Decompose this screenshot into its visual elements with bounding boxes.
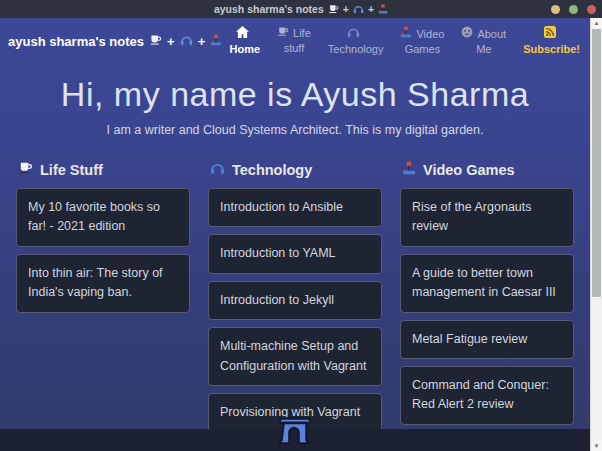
coffee-icon xyxy=(328,4,339,14)
nav-item-subscribe[interactable]: Subscribe! xyxy=(523,26,580,57)
hero-section: Hi, my name is Ayush Sharma I am a write… xyxy=(0,65,590,137)
column-life-stuff: Life Stuff My 10 favorite books so far! … xyxy=(16,161,190,451)
scrollbar-thumb[interactable] xyxy=(592,29,601,297)
plus-separator: + xyxy=(343,4,349,15)
nav-item-life-stuff[interactable]: Life stuff xyxy=(277,26,311,56)
nav-links: Home Life stuff Technology Video Games xyxy=(229,26,580,57)
post-card[interactable]: A guide to better town management in Cae… xyxy=(400,254,574,313)
headphones-icon xyxy=(180,34,193,49)
joystick-icon xyxy=(378,4,388,14)
headphones-icon xyxy=(347,26,360,42)
joystick-icon xyxy=(210,34,222,49)
post-card[interactable]: My 10 favorite books so far! - 2021 edit… xyxy=(16,188,190,247)
post-card[interactable]: Command and Conquer: Red Alert 2 review xyxy=(400,366,574,425)
vertical-scrollbar[interactable]: ▲ ▼ xyxy=(590,18,602,451)
section-header-life-stuff: Life Stuff xyxy=(16,161,190,178)
nav-item-home[interactable]: Home xyxy=(229,26,260,57)
site-navbar: ayush sharma's notes + + Home Life stuff xyxy=(0,18,590,65)
face-icon xyxy=(461,26,473,42)
post-card[interactable]: Into thin air: The story of India's vapi… xyxy=(16,254,190,313)
plus-separator: + xyxy=(368,4,374,15)
joystick-icon xyxy=(402,161,416,178)
window-controls xyxy=(551,5,596,14)
post-card[interactable]: Introduction to YAML xyxy=(208,234,382,273)
minimize-button[interactable] xyxy=(551,5,560,14)
browser-viewport: ayush sharma's notes + + Home Life stuff xyxy=(0,18,602,451)
close-button[interactable] xyxy=(587,5,596,14)
scroll-up-button[interactable]: ▲ xyxy=(591,18,602,28)
home-icon xyxy=(236,26,249,42)
nav-item-about-me[interactable]: About Me xyxy=(461,26,506,57)
coffee-icon xyxy=(18,161,33,178)
coffee-icon xyxy=(149,34,162,49)
maximize-button[interactable] xyxy=(569,5,578,14)
arch-logo-icon xyxy=(275,416,315,446)
headphones-icon xyxy=(353,4,364,14)
site-title-text: ayush sharma's notes xyxy=(8,34,144,49)
rss-icon xyxy=(544,26,556,42)
post-card[interactable]: Rise of the Argonauts review xyxy=(400,188,574,247)
plus-separator: + xyxy=(167,34,175,49)
post-card[interactable]: Metal Fatigue review xyxy=(400,320,574,359)
content-columns: Life Stuff My 10 favorite books so far! … xyxy=(0,161,590,451)
post-card[interactable]: Introduction to Jekyll xyxy=(208,281,382,320)
titlebar[interactable]: ayush sharma's notes + + xyxy=(0,0,602,18)
column-technology: Technology Introduction to Ansible Intro… xyxy=(208,161,382,451)
window-title-text: ayush sharma's notes xyxy=(214,4,324,15)
coffee-icon xyxy=(277,26,289,41)
page-content: ayush sharma's notes + + Home Life stuff xyxy=(0,18,590,451)
scroll-down-button[interactable]: ▼ xyxy=(591,441,602,451)
site-title-link[interactable]: ayush sharma's notes + + xyxy=(8,34,222,49)
browser-window: ayush sharma's notes + + ayush sharma's … xyxy=(0,0,602,451)
joystick-icon xyxy=(400,26,412,42)
plus-separator: + xyxy=(198,34,206,49)
nav-item-video-games[interactable]: Video Games xyxy=(400,26,444,57)
page-subtitle: I am a writer and Cloud Systems Architec… xyxy=(0,123,590,137)
page-title: Hi, my name is Ayush Sharma xyxy=(0,75,590,114)
post-card[interactable]: Multi-machine Setup and Configuration wi… xyxy=(208,327,382,386)
section-header-technology: Technology xyxy=(208,161,382,178)
nav-item-technology[interactable]: Technology xyxy=(328,26,384,57)
post-card[interactable]: Introduction to Ansible xyxy=(208,188,382,227)
window-title: ayush sharma's notes + + xyxy=(214,4,388,15)
column-video-games: Video Games Rise of the Argonauts review… xyxy=(400,161,574,451)
section-header-video-games: Video Games xyxy=(400,161,574,178)
headphones-icon xyxy=(210,161,225,178)
